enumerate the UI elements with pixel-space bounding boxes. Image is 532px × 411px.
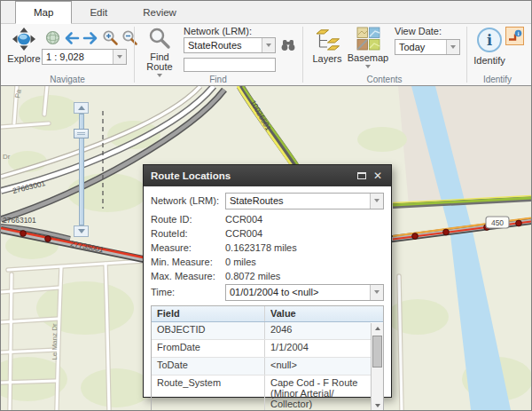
cell-value: <null>	[265, 358, 371, 375]
tab-map[interactable]: Map	[15, 1, 72, 24]
field-value: CCR004	[225, 214, 384, 225]
explore-pan-icon	[12, 27, 36, 53]
tab-review[interactable]: Review	[125, 1, 194, 24]
scroll-down-arrow[interactable]	[372, 400, 383, 410]
dialog-network-dropdown-arrow[interactable]	[370, 194, 383, 209]
zoom-slider-handle[interactable]	[74, 129, 89, 138]
network-lrm-combo[interactable]: StateRoutes	[184, 37, 276, 53]
contents-group-label: Contents	[347, 75, 422, 84]
identify-group-label: Identify	[464, 75, 531, 84]
basemap-icon	[356, 27, 380, 52]
layers-label: Layers	[312, 54, 341, 64]
dialog-network-value: StateRoutes	[226, 195, 370, 206]
table-row[interactable]: Route_System Cape Cod - F Route (Minor A…	[152, 375, 371, 410]
dialog-time-label: Time:	[151, 287, 225, 297]
zoom-out-icon[interactable]	[121, 29, 138, 50]
find-route-dropdown-caret[interactable]	[157, 74, 162, 77]
close-icon: ✕	[373, 170, 382, 181]
field-label: Min. Measure:	[151, 257, 225, 267]
full-extent-globe-icon[interactable]	[45, 30, 60, 49]
svg-text:i: i	[517, 31, 519, 36]
identify-route-locations-icon[interactable]: i	[505, 27, 524, 45]
maximize-button[interactable]	[354, 168, 370, 184]
dialog-body: Network (LRM): StateRoutes Route ID:CCR0…	[144, 186, 391, 410]
app-window: Map Edit Review Explore	[0, 0, 532, 411]
view-date-combo[interactable]: Today	[395, 39, 460, 55]
cell-field: OBJECTID	[152, 322, 265, 339]
dialog-network-combo[interactable]: StateRoutes	[225, 193, 384, 209]
dialog-time-combo[interactable]: 01/01/2004 to <null>	[225, 284, 384, 301]
field-label: Route ID:	[151, 214, 225, 225]
field-value: CCR004	[225, 228, 384, 239]
group-separator	[134, 27, 135, 83]
attribute-table-header: Field Value	[152, 306, 383, 322]
close-button[interactable]: ✕	[370, 168, 386, 184]
tab-review-label: Review	[143, 7, 176, 18]
find-route-label: Find Route	[145, 52, 175, 72]
field-value: 0.1623178 miles	[225, 242, 384, 253]
cell-field: ToDate	[152, 358, 265, 375]
field-label: Measure:	[151, 242, 225, 253]
map-viewport[interactable]: 450 27663001 27663101 27735001 10026501 …	[1, 86, 531, 410]
explore-label: Explore	[7, 54, 40, 64]
scroll-up-arrow[interactable]	[372, 323, 383, 334]
down-triangle-icon	[375, 404, 380, 407]
cell-field: Route_System	[152, 375, 265, 410]
view-date-value: Today	[395, 42, 446, 52]
attribute-table-body: OBJECTID 2046 FromDate 1/1/2004 ToDate <…	[152, 322, 383, 410]
table-scrollbar[interactable]	[371, 323, 383, 410]
dialog-title: Route Locations	[151, 170, 231, 181]
previous-extent-icon[interactable]	[63, 31, 80, 49]
table-row[interactable]: OBJECTID 2046	[152, 322, 371, 340]
ribbon-body: Explore	[1, 24, 531, 85]
tab-edit[interactable]: Edit	[72, 1, 125, 24]
scroll-thumb[interactable]	[372, 336, 382, 368]
down-triangle-icon	[78, 229, 85, 233]
view-date-dropdown-arrow[interactable]	[446, 40, 459, 54]
next-extent-icon[interactable]	[82, 31, 99, 49]
dialog-time-dropdown-arrow[interactable]	[370, 285, 383, 300]
network-lrm-value: StateRoutes	[184, 40, 262, 51]
route-shield: 450	[486, 217, 509, 228]
basemap-label: Basemap	[348, 53, 388, 63]
map-scale-dropdown-arrow[interactable]	[113, 50, 126, 64]
map-scale-combo[interactable]: 1 : 9,028	[42, 49, 127, 65]
table-row[interactable]: ToDate <null>	[152, 358, 371, 375]
column-header-value: Value	[265, 306, 383, 321]
explore-button[interactable]: Explore	[6, 27, 42, 64]
identify-label: Identify	[473, 56, 505, 66]
find-group-label: Find	[183, 75, 254, 84]
zoom-in-icon[interactable]	[102, 29, 119, 50]
find-route-button[interactable]: Find Route	[141, 27, 178, 77]
cell-field: FromDate	[152, 340, 265, 357]
layers-icon	[314, 27, 340, 53]
column-header-field: Field	[152, 306, 265, 321]
binoculars-icon[interactable]	[280, 37, 296, 57]
identify-icon: i	[476, 27, 503, 55]
field-label: RouteId:	[151, 228, 225, 239]
route-shield-label: 450	[491, 218, 504, 227]
basemap-button[interactable]: Basemap	[347, 27, 389, 68]
route-label: 27663101	[3, 216, 36, 225]
navigate-group-label: Navigate	[27, 75, 107, 84]
network-lrm-dropdown-arrow[interactable]	[262, 38, 275, 52]
map-zoom-slider[interactable]	[72, 102, 93, 237]
dialog-network-label: Network (LRM):	[151, 195, 225, 206]
route-id-input[interactable]	[184, 58, 276, 72]
cell-value: Cape Cod - F Route (Minor Arterial/ Coll…	[265, 375, 371, 410]
street-label: Dr	[3, 153, 11, 161]
table-row[interactable]: FromDate 1/1/2004	[152, 340, 371, 358]
view-date-label: View Date:	[395, 26, 442, 36]
dialog-titlebar[interactable]: Route Locations ✕	[144, 165, 391, 186]
identify-button[interactable]: i Identify	[472, 27, 507, 66]
find-route-magnifier-icon	[148, 27, 171, 51]
route-locations-dialog: Route Locations ✕ Network (LRM): StateRo…	[143, 164, 392, 398]
zoom-slider-down-button[interactable]	[74, 225, 89, 237]
zoom-slider-up-button[interactable]	[74, 102, 89, 114]
basemap-dropdown-caret[interactable]	[365, 65, 371, 68]
layers-button[interactable]: Layers	[309, 27, 345, 64]
maximize-icon	[357, 172, 366, 179]
ribbon: Map Edit Review Explore	[1, 1, 531, 86]
up-triangle-icon	[78, 106, 85, 110]
field-value: 0.8072 miles	[225, 271, 384, 281]
